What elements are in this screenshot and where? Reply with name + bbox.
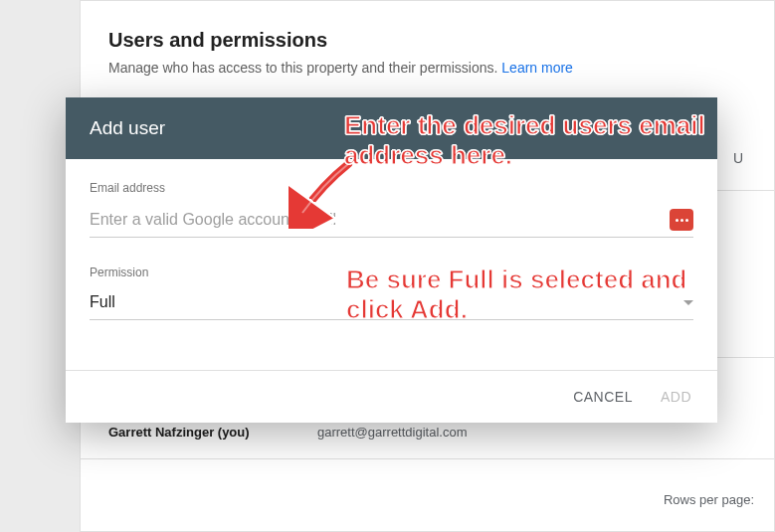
email-field-row: [90, 209, 693, 238]
add-button[interactable]: ADD: [661, 389, 691, 405]
dialog-title: Add user: [66, 97, 717, 159]
email-label: Email address: [90, 181, 693, 195]
permission-select[interactable]: Full: [90, 293, 693, 320]
user-email: garrett@garrettdigital.com: [317, 425, 467, 440]
add-user-dialog: Add user Email address Permission Full C…: [66, 97, 717, 423]
pagination-label: Rows per page:: [664, 492, 754, 507]
dialog-body: Email address Permission Full: [66, 159, 717, 330]
page-subtitle-text: Manage who has access to this property a…: [108, 60, 501, 76]
table-row: Garrett Nafzinger (you) garrett@garrettd…: [108, 425, 467, 440]
user-name: Garrett Nafzinger (you): [108, 425, 317, 440]
chevron-down-icon: [683, 300, 693, 305]
page-title: Users and permissions: [108, 29, 774, 52]
tab-fragment-u[interactable]: U: [733, 150, 744, 166]
permission-label: Permission: [90, 266, 693, 279]
permission-value: Full: [90, 293, 115, 311]
learn-more-link[interactable]: Learn more: [501, 60, 573, 76]
cancel-button[interactable]: CANCEL: [573, 389, 633, 405]
dialog-actions: CANCEL ADD: [66, 370, 717, 423]
email-input[interactable]: [90, 211, 662, 229]
divider: [81, 458, 774, 459]
contacts-icon[interactable]: [670, 209, 693, 231]
page-subtitle: Manage who has access to this property a…: [108, 60, 774, 76]
